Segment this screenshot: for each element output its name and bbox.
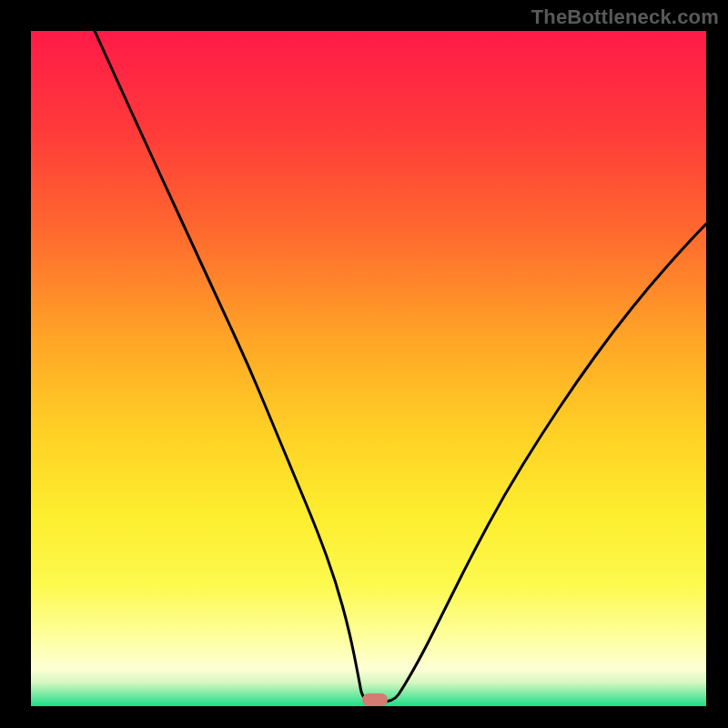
plot-area: [31, 31, 706, 706]
bottleneck-curve: [31, 31, 706, 706]
chart-frame: TheBottleneck.com: [0, 0, 728, 728]
watermark-text: TheBottleneck.com: [531, 5, 719, 29]
optimal-marker: [362, 693, 388, 706]
